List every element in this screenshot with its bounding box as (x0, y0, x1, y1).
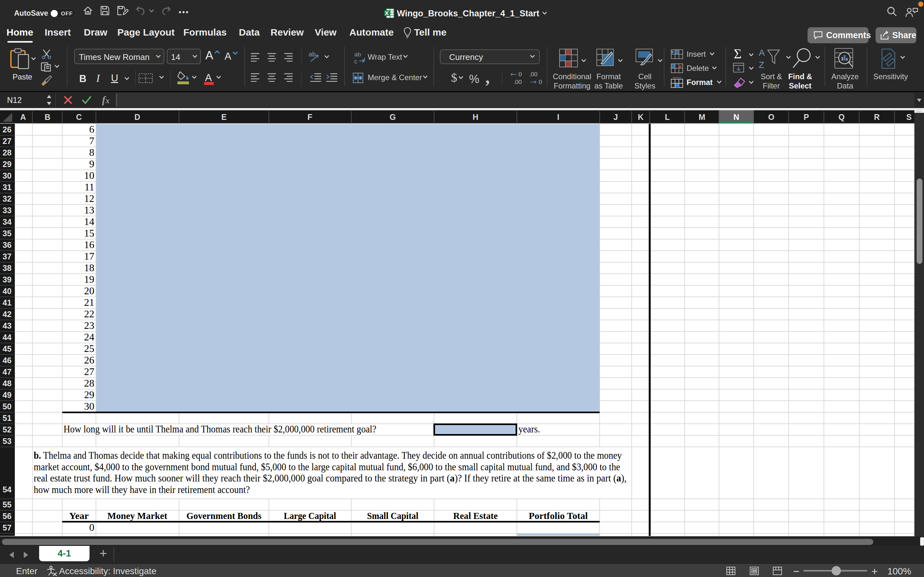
svg-text:28: 28 (84, 377, 94, 389)
svg-text:Small Capital: Small Capital (367, 511, 418, 521)
svg-text:26: 26 (84, 354, 94, 366)
svg-text:50: 50 (3, 402, 11, 411)
svg-text:21: 21 (84, 297, 94, 308)
svg-text:18: 18 (84, 262, 94, 274)
svg-text:15: 15 (84, 227, 94, 239)
svg-text:30: 30 (3, 171, 11, 180)
svg-text:Year: Year (69, 511, 89, 521)
svg-text:30: 30 (84, 400, 94, 412)
svg-text:33: 33 (3, 206, 11, 215)
svg-text:ab: ab (354, 51, 361, 58)
svg-text:35: 35 (3, 229, 11, 238)
svg-text:P: P (804, 113, 809, 121)
svg-text:R: R (874, 113, 880, 121)
svg-text:39: 39 (3, 275, 11, 284)
svg-text:N: N (733, 113, 739, 121)
svg-text:Q: Q (838, 113, 845, 121)
svg-text:47: 47 (3, 367, 11, 376)
svg-text:43: 43 (3, 321, 11, 330)
svg-text:49: 49 (3, 390, 11, 400)
svg-text:26: 26 (3, 125, 11, 134)
svg-text:20: 20 (84, 285, 94, 297)
svg-text:I: I (557, 113, 559, 121)
svg-text:H: H (473, 113, 478, 121)
svg-text:23: 23 (84, 319, 94, 331)
svg-text:A: A (759, 48, 765, 58)
svg-text:53: 53 (3, 437, 11, 446)
svg-text:17: 17 (84, 250, 94, 262)
svg-text:14: 14 (84, 216, 94, 227)
svg-text:K: K (638, 113, 644, 121)
svg-text:51: 51 (3, 414, 11, 422)
svg-text:C: C (76, 113, 82, 121)
svg-text:Money Market: Money Market (107, 511, 168, 521)
svg-text:42: 42 (3, 309, 11, 319)
svg-text:.00: .00 (513, 79, 522, 85)
svg-text:41: 41 (3, 298, 11, 307)
svg-text:c: c (354, 58, 357, 65)
svg-text:31: 31 (3, 183, 11, 192)
svg-text:46: 46 (3, 356, 11, 365)
svg-text:34: 34 (3, 218, 11, 226)
svg-text:Z: Z (759, 60, 764, 69)
svg-text:29: 29 (3, 160, 11, 169)
svg-text:0: 0 (89, 522, 94, 533)
svg-text:25: 25 (84, 343, 94, 354)
svg-text:27: 27 (3, 137, 11, 145)
svg-text:Portfolio Total: Portfolio Total (529, 511, 588, 521)
svg-text:Government Bonds: Government Bonds (186, 511, 262, 521)
svg-text:F: F (307, 113, 312, 121)
svg-text:13: 13 (84, 204, 94, 216)
svg-text:S: S (906, 113, 912, 121)
svg-text:40: 40 (3, 287, 11, 295)
svg-text:10: 10 (84, 169, 94, 181)
svg-text:27: 27 (84, 366, 94, 377)
svg-text:44: 44 (3, 333, 11, 342)
svg-text:6: 6 (89, 123, 94, 135)
svg-text:0: 0 (519, 71, 522, 77)
svg-text:Real Estate: Real Estate (453, 511, 498, 521)
svg-text:29: 29 (84, 389, 94, 400)
svg-text:J: J (614, 113, 618, 121)
svg-text:38: 38 (3, 263, 11, 272)
svg-text:45: 45 (3, 344, 11, 353)
svg-text:12: 12 (84, 193, 94, 204)
svg-text:24: 24 (84, 331, 94, 343)
svg-text:54: 54 (3, 485, 11, 494)
svg-text:Large Capital: Large Capital (284, 511, 336, 521)
svg-text:11: 11 (84, 181, 94, 193)
svg-text:56: 56 (3, 512, 11, 521)
svg-text:B: B (45, 113, 50, 121)
svg-text:36: 36 (3, 240, 11, 250)
svg-text:48: 48 (3, 379, 11, 388)
svg-text:32: 32 (3, 194, 11, 203)
svg-text:7: 7 (89, 135, 94, 147)
svg-text:52: 52 (3, 425, 11, 434)
svg-text:37: 37 (3, 252, 11, 261)
svg-text:ab: ab (309, 51, 316, 58)
svg-text:O: O (768, 113, 774, 121)
svg-text:D: D (134, 113, 140, 121)
svg-text:.00: .00 (529, 71, 537, 77)
svg-text:28: 28 (3, 148, 11, 157)
svg-text:E: E (221, 113, 227, 121)
svg-text:G: G (389, 113, 396, 121)
svg-text:A: A (20, 113, 26, 121)
svg-text:16: 16 (84, 239, 94, 250)
svg-text:8: 8 (89, 147, 94, 158)
svg-text:L: L (665, 113, 670, 121)
svg-text:19: 19 (84, 274, 94, 285)
svg-text:9: 9 (89, 158, 94, 169)
svg-text:57: 57 (3, 523, 11, 532)
svg-text:M: M (699, 113, 706, 121)
svg-text:22: 22 (84, 308, 94, 319)
svg-text:55: 55 (3, 500, 11, 509)
